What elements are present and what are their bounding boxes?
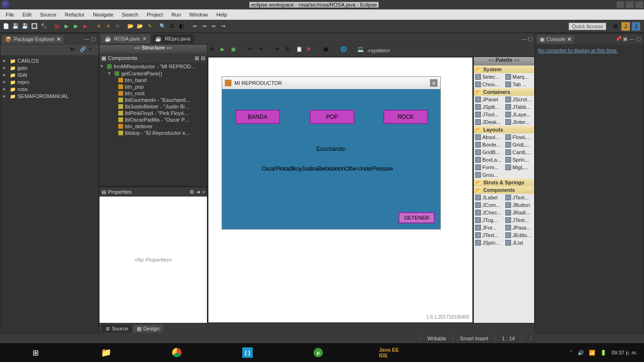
- project-item[interactable]: rosa: [17, 86, 27, 92]
- palette-category[interactable]: Struts & Springs: [474, 179, 534, 186]
- pin-console-icon[interactable]: 📌: [615, 36, 622, 42]
- palette-item[interactable]: JButton: [504, 201, 534, 209]
- palette-item[interactable]: Choo...: [474, 81, 504, 88]
- palette-item[interactable]: GridL...: [504, 141, 534, 148]
- palette-item[interactable]: JText...: [504, 216, 534, 224]
- palette-item[interactable]: Sprin...: [504, 156, 534, 164]
- prop-action-icon[interactable]: ⚙: [190, 189, 194, 195]
- wifi-icon[interactable]: 📶: [589, 350, 595, 356]
- tree-node[interactable]: lblOscarPadilla - "Oscar P…: [125, 117, 190, 123]
- palette-item[interactable]: Absol...: [474, 133, 504, 141]
- volume-icon[interactable]: 🔊: [578, 350, 584, 356]
- forward-icon[interactable]: ⇒: [200, 22, 208, 31]
- menu-window[interactable]: Window: [186, 10, 212, 19]
- battery-icon[interactable]: 🔋: [600, 350, 607, 356]
- prop-goto-icon[interactable]: ➜: [196, 189, 200, 195]
- system-tray[interactable]: ˄ 🔊 📶 🔋 09:37 p. m.: [563, 350, 644, 356]
- palette-item[interactable]: Marq...: [504, 73, 534, 81]
- menu-source[interactable]: Source: [36, 10, 60, 19]
- collapse-icon[interactable]: ⊟: [201, 55, 205, 61]
- toggle-icon[interactable]: ☰: [168, 22, 176, 31]
- menu-edit[interactable]: Edit: [19, 10, 35, 19]
- palette-item[interactable]: JTool...: [474, 111, 504, 118]
- palette-item[interactable]: JTog...: [474, 216, 504, 224]
- tree-node[interactable]: lblEsuchando - "Esuchand…: [125, 97, 191, 103]
- locale-icon[interactable]: 🌐: [340, 46, 349, 55]
- palette-item[interactable]: JInter...: [504, 118, 534, 126]
- menu-search[interactable]: Search: [118, 10, 142, 19]
- tree-node[interactable]: btn_rock: [125, 90, 145, 96]
- tree-node[interactable]: getContentPane(): [121, 71, 162, 76]
- detener-button[interactable]: DETENER: [398, 212, 435, 223]
- close-button[interactable]: [636, 1, 643, 8]
- new-pkg-icon[interactable]: ✳: [104, 22, 112, 31]
- minimize-button[interactable]: [617, 1, 624, 8]
- console-tab[interactable]: ▣ Console ✕: [537, 35, 574, 43]
- preview-icon[interactable]: ▣: [231, 46, 239, 55]
- palette-item[interactable]: JPass...: [504, 224, 534, 231]
- display-console-icon[interactable]: ▣: [622, 36, 628, 42]
- project-item[interactable]: SEMAFOROMANUAL: [17, 93, 69, 99]
- switch-icon[interactable]: 🔳: [30, 22, 39, 31]
- frame-close-icon[interactable]: ✕: [430, 79, 438, 87]
- content-pane[interactable]: BANDA POP ROCK Esuchando: OscarPinkadilk…: [222, 89, 440, 229]
- palette-item[interactable]: JFor...: [474, 224, 504, 231]
- copy-icon[interactable]: ⎘: [286, 46, 294, 55]
- prop-menu-icon[interactable]: ▿: [202, 189, 205, 195]
- rock-button[interactable]: ROCK: [383, 110, 428, 124]
- menu-help[interactable]: Help: [213, 10, 231, 19]
- menu-file[interactable]: File: [2, 10, 18, 19]
- palette-item[interactable]: JEdito...: [504, 231, 534, 239]
- delete-icon[interactable]: ✖: [306, 46, 315, 55]
- system-laf-icon[interactable]: 💻: [357, 46, 366, 55]
- redo-icon[interactable]: ↷: [258, 46, 267, 55]
- palette-category[interactable]: Components: [474, 186, 534, 194]
- package-explorer-tab[interactable]: 📦 Package Explorer ✕: [2, 35, 64, 43]
- debug-icon[interactable]: 🐞: [53, 22, 61, 31]
- status-menu-icon[interactable]: ⋮: [521, 336, 540, 342]
- coverage-icon[interactable]: ▶: [72, 22, 80, 31]
- palette-category[interactable]: System: [474, 66, 534, 73]
- paste-icon[interactable]: 📋: [296, 46, 305, 55]
- palette-item[interactable]: JPanel: [474, 96, 504, 103]
- quick-access-input[interactable]: Quick Access: [569, 23, 606, 30]
- java-perspective-icon[interactable]: J: [621, 22, 630, 31]
- new-java-icon[interactable]: ✳: [94, 22, 103, 31]
- back2-icon[interactable]: ⇐: [209, 22, 218, 31]
- laf-label[interactable]: <system>: [368, 48, 390, 53]
- ext-tools-icon[interactable]: ▶: [81, 22, 90, 31]
- design-canvas[interactable]: MI REPRODUCTOR ✕ BANDA POP ROCK Esuchand…: [208, 58, 472, 322]
- palette-item[interactable]: JText...: [474, 231, 504, 239]
- clock[interactable]: 09:37 p. m.: [611, 350, 637, 355]
- run-icon[interactable]: ▶: [62, 22, 71, 31]
- expand-icon[interactable]: ⊞: [195, 55, 199, 61]
- palette-item[interactable]: Selec...: [474, 73, 504, 81]
- taskbar-explorer[interactable]: 📁: [71, 343, 141, 362]
- palette-item[interactable]: JText...: [504, 194, 534, 201]
- project-item[interactable]: CARLOS: [17, 58, 39, 64]
- palette-item[interactable]: JLabel: [474, 194, 504, 201]
- tree-node[interactable]: lblstop - "El Reproductor e…: [125, 130, 190, 136]
- tree-node[interactable]: frmMiReproductor - "MI REPROD…: [114, 64, 196, 69]
- palette-item[interactable]: Form...: [474, 164, 504, 171]
- palette-item[interactable]: JSplit...: [474, 103, 504, 111]
- undo-icon[interactable]: ↶: [248, 46, 256, 55]
- open-task-icon[interactable]: 📂: [136, 22, 144, 31]
- palette-item[interactable]: CardL...: [504, 148, 534, 156]
- editor-tab-repro[interactable]: ☕REpro.java: [151, 34, 194, 43]
- pop-button[interactable]: POP: [310, 110, 355, 124]
- palette-item[interactable]: FlowL...: [504, 133, 534, 141]
- tray-chevron-icon[interactable]: ˄: [570, 350, 573, 356]
- menu-run[interactable]: Run: [168, 10, 185, 19]
- new-icon[interactable]: 📄: [2, 22, 10, 31]
- palette-item[interactable]: JCom...: [474, 201, 504, 209]
- design-frame[interactable]: MI REPRODUCTOR ✕ BANDA POP ROCK Esuchand…: [222, 76, 441, 230]
- palette-item[interactable]: JLaye...: [504, 111, 534, 118]
- cut-icon[interactable]: ✂: [275, 46, 284, 55]
- maximize-view-icon[interactable]: ▢: [90, 36, 97, 42]
- source-tab[interactable]: ≣Source: [102, 325, 132, 333]
- palette-item[interactable]: JRadi...: [504, 209, 534, 216]
- collapse-all-icon[interactable]: ⇆: [70, 46, 78, 54]
- javaee-perspective-icon[interactable]: J: [632, 22, 640, 31]
- refresh-icon[interactable]: ⟳: [210, 46, 219, 55]
